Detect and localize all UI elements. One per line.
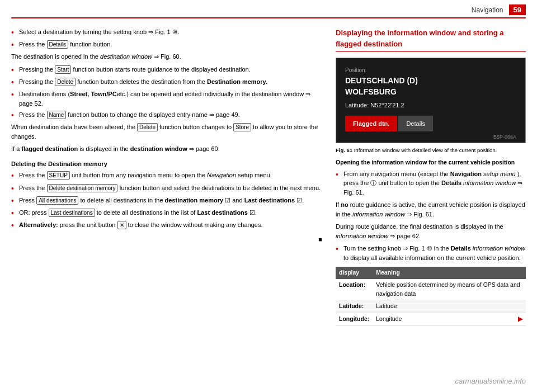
bullet-icon: • bbox=[11, 208, 19, 218]
paragraph: During route guidance, the final destina… bbox=[336, 222, 526, 240]
bullet-icon: • bbox=[11, 65, 19, 75]
bullet-icon: • bbox=[11, 183, 19, 193]
bullet-text: Destination items (Street, Town/PCetc.) … bbox=[19, 89, 322, 108]
delete-button-label: Delete bbox=[55, 78, 76, 86]
bullet-icon: • bbox=[11, 171, 19, 181]
table-cell-meaning: Latitude bbox=[373, 300, 526, 313]
details-button-label: Details bbox=[47, 40, 69, 49]
delete-button2-label: Delete bbox=[137, 123, 158, 131]
start-button-label: Start bbox=[55, 65, 71, 74]
list-item: • Press the SETUP unit button from any n… bbox=[11, 171, 322, 181]
bullet-text: OR: press Last destinations to delete al… bbox=[19, 208, 322, 218]
nav-screen: Position: DEUTSCHLAND (D) WOLFSBURG Lati… bbox=[336, 58, 526, 143]
table-row: Latitude:Latitude bbox=[336, 300, 526, 313]
close-button-label: ✕ bbox=[117, 221, 126, 229]
setup-button-label: SETUP bbox=[47, 171, 70, 180]
bullet-icon: • bbox=[11, 196, 19, 206]
table-col2-header: Meaning bbox=[373, 267, 526, 279]
bullet-text: Press the Delete destination memory func… bbox=[19, 183, 322, 193]
all-destinations-button-label: All destinations bbox=[36, 196, 78, 205]
name-button-label: Name bbox=[47, 111, 67, 119]
list-item: • Destination items (Street, Town/PCetc.… bbox=[11, 89, 322, 108]
bullet-icon: • bbox=[11, 27, 19, 37]
bullet-text: Press the Details function button. bbox=[19, 40, 322, 50]
list-item: • Turn the setting knob ⇒ Fig. 1 ⑩ in th… bbox=[336, 244, 526, 262]
list-item: • Press the Delete destination memory fu… bbox=[11, 183, 322, 193]
black-square: ■ bbox=[11, 235, 322, 244]
bullet-icon: • bbox=[11, 89, 19, 108]
table-cell-display: Longitude: bbox=[336, 313, 373, 326]
list-item: • Press the Details function button. bbox=[11, 40, 322, 50]
delete-dest-memory-button-label: Delete destination memory bbox=[47, 184, 118, 192]
last-destinations-button-label: Last destinations bbox=[49, 209, 95, 217]
flagged-dtn-button[interactable]: Flagged dtn. bbox=[345, 116, 397, 132]
table-cell-display: Latitude: bbox=[336, 300, 373, 313]
store-button-label: Store bbox=[233, 123, 251, 131]
list-item: • Alternatively: press the unit button ✕… bbox=[11, 220, 322, 230]
paragraph: The destination is opened in the destina… bbox=[11, 52, 322, 62]
bullet-text: Alternatively: press the unit button ✕ t… bbox=[19, 220, 322, 230]
list-item: • Press the Name function button to chan… bbox=[11, 110, 322, 120]
details-nav-button[interactable]: Details bbox=[398, 116, 433, 132]
right-section-title: Displaying the information window and st… bbox=[336, 27, 526, 52]
paragraph: If a flagged destination is displayed in… bbox=[11, 144, 322, 154]
right-column: Displaying the information window and st… bbox=[336, 27, 526, 326]
info-table: display Meaning Location:Vehicle positio… bbox=[336, 267, 526, 326]
nav-screen-footer: B5P-066A bbox=[345, 131, 516, 143]
list-item: • Press All destinations to delete all d… bbox=[11, 196, 322, 206]
table-row-arrow: ▶ bbox=[518, 315, 522, 324]
bullet-text: Pressing the Start function button start… bbox=[19, 65, 322, 75]
table-row: Location:Vehicle position determined by … bbox=[336, 279, 526, 300]
nav-position-label: Position: bbox=[345, 66, 516, 74]
nav-city-line: WOLFSBURG bbox=[345, 87, 516, 98]
bullet-text: Press All destinations to delete all des… bbox=[19, 196, 322, 206]
table-row: Longitude:Longitude▶ bbox=[336, 313, 526, 326]
page-content: • Select a destination by turning the se… bbox=[0, 18, 537, 332]
bsp-code: B5P-066A bbox=[493, 134, 516, 141]
paragraph: When destination data have been altered,… bbox=[11, 122, 322, 141]
page-header: Navigation 59 bbox=[11, 0, 526, 18]
list-item: • Pressing the Delete function button de… bbox=[11, 77, 322, 87]
paragraph: If no route guidance is active, the curr… bbox=[336, 200, 526, 219]
list-item: • Select a destination by turning the se… bbox=[11, 27, 322, 37]
bullet-text: Pressing the Delete function button dele… bbox=[19, 77, 322, 87]
bullet-text: Press the Name function button to change… bbox=[19, 110, 322, 120]
bullet-icon: • bbox=[11, 110, 19, 120]
nav-latitude: Latitude: N52°22'21.2 bbox=[345, 101, 516, 110]
nav-buttons-row: Flagged dtn. Details bbox=[345, 116, 516, 132]
table-cell-meaning: Vehicle position determined by means of … bbox=[373, 279, 526, 300]
bullet-text: Select a destination by turning the sett… bbox=[19, 27, 322, 37]
list-item: • OR: press Last destinations to delete … bbox=[11, 208, 322, 218]
info-heading: Opening the information window for the c… bbox=[336, 158, 526, 167]
table-cell-display: Location: bbox=[336, 279, 373, 300]
bullet-icon: • bbox=[11, 40, 19, 50]
fig-caption: Fig. 61 Information window with detailed… bbox=[336, 147, 526, 154]
nav-label: Navigation bbox=[472, 6, 503, 14]
list-item: • From any navigation menu (except the N… bbox=[336, 169, 526, 197]
table-cell-meaning: Longitude▶ bbox=[373, 313, 526, 326]
nav-country-line: DEUTSCHLAND (D) bbox=[345, 75, 516, 87]
table-col1-header: display bbox=[336, 267, 373, 279]
bullet-text: Press the SETUP unit button from any nav… bbox=[19, 171, 322, 181]
bullet-icon: • bbox=[11, 77, 19, 87]
bullet-icon: • bbox=[11, 220, 19, 230]
left-column: • Select a destination by turning the se… bbox=[11, 27, 322, 326]
nav-screen-inner: Position: DEUTSCHLAND (D) WOLFSBURG Lati… bbox=[345, 66, 516, 131]
bullet-icon: • bbox=[336, 244, 343, 262]
bullet-icon: • bbox=[336, 169, 343, 197]
list-item: • Pressing the Start function button sta… bbox=[11, 65, 322, 75]
bullet-text: Turn the setting knob ⇒ Fig. 1 ⑩ in the … bbox=[343, 244, 526, 262]
section-heading: Deleting the Destination memory bbox=[11, 159, 322, 169]
page-number: 59 bbox=[509, 4, 526, 15]
watermark: carmanualsonline.info bbox=[455, 377, 526, 385]
bullet-text: From any navigation menu (except the Nav… bbox=[343, 169, 526, 197]
